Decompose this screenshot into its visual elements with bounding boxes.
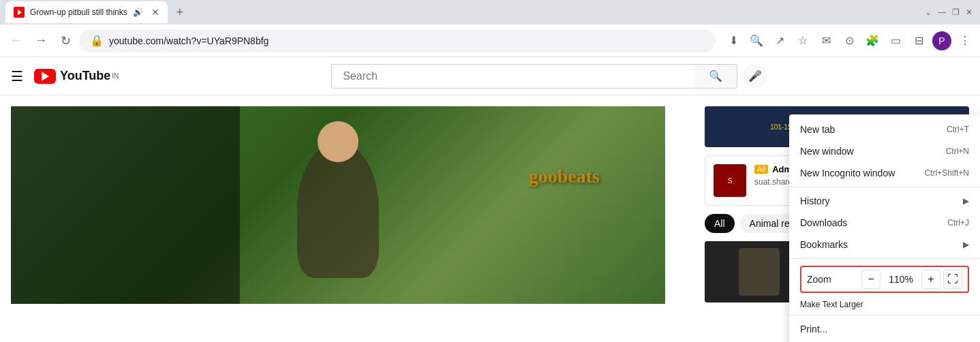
- menu-new-window[interactable]: New window Ctrl+N: [789, 140, 980, 162]
- gmail-icon[interactable]: ✉: [816, 31, 836, 50]
- menu-divider-3: [789, 315, 980, 315]
- extensions-icon[interactable]: 🧩: [863, 31, 882, 50]
- browser-toolbar: ← → ↻ 🔒 youtube.com/watch?v=UYaR9PN8bfg …: [0, 25, 980, 57]
- video-scene: goobeats: [11, 106, 665, 304]
- media-icon[interactable]: ▭: [886, 31, 905, 50]
- menu-bookmarks[interactable]: Bookmarks ▶: [789, 234, 980, 255]
- yt-logo-icon: [34, 69, 56, 84]
- zoom-fullscreen-button[interactable]: ⛶: [943, 270, 962, 289]
- ad-badge: Ad: [754, 165, 768, 174]
- zoom-label: Zoom: [807, 274, 859, 285]
- maximize-button[interactable]: ❐: [950, 7, 961, 18]
- reload-button[interactable]: ↻: [55, 30, 76, 52]
- bookmark-star-icon[interactable]: ☆: [793, 31, 812, 50]
- yt-logo-text: YouTube: [60, 69, 110, 83]
- video-dark-overlay: [11, 106, 240, 304]
- download-icon[interactable]: ⬇: [724, 31, 743, 50]
- yt-menu-icon[interactable]: ☰: [11, 68, 23, 84]
- menu-divider-1: [789, 187, 980, 187]
- tab-search-icon[interactable]: ⊟: [909, 31, 928, 50]
- yt-mic-button[interactable]: 🎤: [743, 64, 767, 89]
- menu-new-tab[interactable]: New tab Ctrl+T: [789, 119, 980, 140]
- yt-video-player[interactable]: goobeats: [11, 106, 665, 304]
- menu-button[interactable]: ⋮: [955, 31, 975, 50]
- new-tab-button[interactable]: +: [170, 3, 189, 22]
- zoom-lens-icon[interactable]: 🔍: [747, 31, 766, 50]
- window-more-button[interactable]: ⌄: [923, 7, 934, 18]
- menu-history[interactable]: History ▶: [789, 190, 980, 212]
- yt-search-button[interactable]: 🔍: [694, 64, 737, 89]
- menu-print[interactable]: Print...: [789, 318, 980, 340]
- toolbar-icons: ⬇ 🔍 ↗ ☆ ✉ ⊙ 🧩 ▭ ⊟ P ⋮: [724, 31, 975, 50]
- mic-icon: 🎤: [748, 69, 762, 82]
- zoom-increase-button[interactable]: +: [921, 270, 940, 289]
- video-overlay-text: goobeats: [529, 166, 600, 187]
- tag-all[interactable]: All: [705, 214, 735, 233]
- yt-video-area: goobeats: [0, 95, 694, 342]
- tab-favicon: [14, 7, 25, 18]
- lock-icon: 🔒: [90, 34, 104, 47]
- chrome-icon[interactable]: ⊙: [840, 31, 859, 50]
- yt-play-icon: [42, 72, 49, 81]
- tab-close-button[interactable]: ✕: [151, 7, 159, 18]
- zoom-decrease-button[interactable]: −: [861, 270, 881, 289]
- yt-logo-country: IN: [112, 72, 119, 80]
- forward-button[interactable]: →: [30, 30, 52, 52]
- menu-divider-2: [789, 258, 980, 259]
- address-bar[interactable]: 🔒 youtube.com/watch?v=UYaR9PN8bfg: [79, 29, 716, 52]
- tab-mute-icon[interactable]: 🔊: [133, 7, 143, 17]
- profile-icon[interactable]: P: [932, 31, 951, 50]
- tab-title: Grown-up pitbull still thinks: [30, 7, 127, 17]
- yt-logo[interactable]: YouTube IN: [34, 69, 119, 84]
- yt-search-box: 🔍 🎤: [331, 64, 767, 89]
- yt-search-input[interactable]: [331, 64, 694, 89]
- minimize-button[interactable]: —: [936, 7, 947, 18]
- make-text-larger-button[interactable]: Make Text Larger: [789, 297, 980, 312]
- chrome-dropdown-menu: New tab Ctrl+T New window Ctrl+N New Inc…: [789, 114, 980, 342]
- close-button[interactable]: ✕: [964, 7, 975, 18]
- window-controls: ⌄ — ❐ ✕: [923, 7, 975, 18]
- menu-new-incognito[interactable]: New Incognito window Ctrl+Shift+N: [789, 162, 980, 184]
- address-text: youtube.com/watch?v=UYaR9PN8bfg: [109, 35, 705, 46]
- yt-header: ☰ YouTube IN 🔍 🎤: [0, 57, 980, 95]
- search-icon: 🔍: [709, 69, 722, 82]
- back-button[interactable]: ←: [5, 30, 27, 52]
- browser-frame: Grown-up pitbull still thinks 🔊 ✕ + ⌄ — …: [0, 0, 980, 342]
- main-content: ☰ YouTube IN 🔍 🎤: [0, 57, 980, 342]
- menu-downloads[interactable]: Downloads Ctrl+J: [789, 212, 980, 234]
- active-tab[interactable]: Grown-up pitbull still thinks 🔊 ✕: [5, 1, 168, 23]
- zoom-control: Zoom − 110% + ⛶: [800, 266, 969, 293]
- zoom-value: 110%: [883, 274, 919, 285]
- share-icon[interactable]: ↗: [770, 31, 789, 50]
- tab-bar: Grown-up pitbull still thinks 🔊 ✕ + ⌄ — …: [0, 0, 980, 25]
